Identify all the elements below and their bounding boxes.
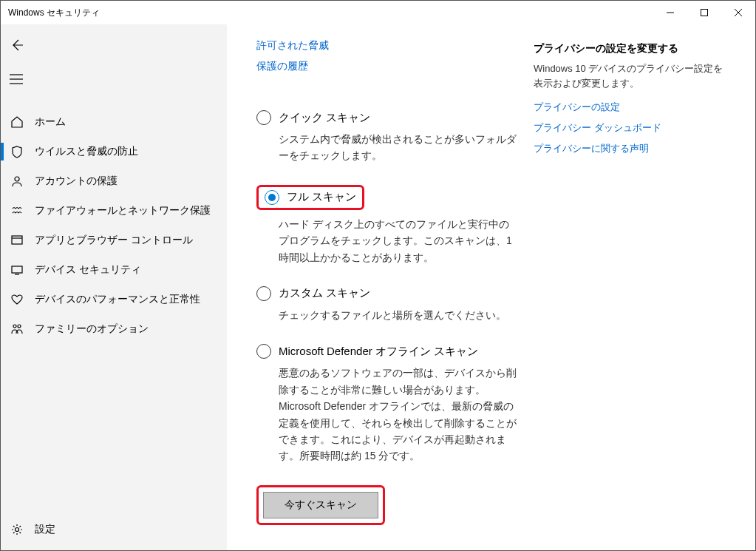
scan-option-full[interactable]: フル スキャン ハード ディスク上のすべてのファイルと実行中のプログラムをチェッ… — [256, 185, 519, 266]
sidebar-item-label: デバイス セキュリティ — [35, 263, 141, 277]
svg-point-14 — [16, 528, 19, 532]
highlight-box: フル スキャン — [256, 185, 364, 210]
svg-point-13 — [18, 325, 21, 328]
minimize-button[interactable] — [653, 1, 687, 24]
scan-option-quick[interactable]: クイック スキャン システム内で脅威が検出されることが多いフォルダーをチェックし… — [256, 110, 519, 164]
app-icon — [10, 233, 24, 248]
protection-history-link[interactable]: 保護の履歴 — [256, 60, 519, 73]
radio-label: カスタム スキャン — [279, 286, 370, 300]
family-icon — [10, 322, 24, 337]
account-icon — [10, 174, 24, 189]
highlight-box: 今すぐスキャン — [256, 485, 385, 525]
sidebar-item-virus[interactable]: ウイルスと脅威の防止 — [1, 137, 227, 166]
radio-icon — [256, 344, 271, 359]
privacy-description: Windows 10 デバイスのプライバシー設定を表示および変更します。 — [534, 61, 726, 90]
sidebar-item-label: アプリとブラウザー コントロール — [35, 234, 193, 247]
close-button[interactable] — [721, 1, 755, 24]
svg-rect-10 — [12, 266, 22, 273]
device-security-icon — [10, 263, 24, 277]
heart-icon — [10, 292, 24, 307]
radio-description: 悪意のあるソフトウェアの一部は、デバイスから削除することが非常に難しい場合があり… — [279, 365, 519, 464]
radio-label: フル スキャン — [287, 190, 356, 205]
scan-now-button[interactable]: 今すぐスキャン — [263, 492, 378, 518]
svg-rect-1 — [701, 10, 708, 16]
radio-label: Microsoft Defender オフライン スキャン — [279, 345, 478, 359]
privacy-heading: プライバシーの設定を変更する — [534, 42, 726, 55]
sidebar-item-label: アカウントの保護 — [35, 175, 118, 188]
radio-label: クイック スキャン — [279, 111, 370, 125]
sidebar-item-settings[interactable]: 設定 — [1, 515, 227, 544]
privacy-statement-link[interactable]: プライバシーに関する声明 — [534, 142, 726, 155]
sidebar-item-label: 設定 — [35, 523, 55, 536]
window-controls — [653, 1, 755, 24]
sidebar-item-account[interactable]: アカウントの保護 — [1, 166, 227, 196]
svg-point-7 — [15, 177, 19, 181]
maximize-button[interactable] — [687, 1, 721, 24]
allowed-threats-link[interactable]: 許可された脅威 — [256, 39, 519, 53]
sidebar-item-family[interactable]: ファミリーのオプション — [1, 314, 227, 344]
firewall-icon — [10, 203, 24, 218]
sidebar-item-label: ホーム — [35, 115, 66, 129]
sidebar-item-label: ファイアウォールとネットワーク保護 — [35, 204, 211, 217]
back-button[interactable] — [1, 30, 227, 60]
titlebar: Windows セキュリティ — [1, 1, 755, 24]
sidebar: ホーム ウイルスと脅威の防止 アカウントの保護 ファイアウォールとネットワーク保… — [1, 24, 227, 550]
sidebar-item-label: ファミリーのオプション — [35, 322, 149, 336]
privacy-dashboard-link[interactable]: プライバシー ダッシュボード — [534, 121, 726, 135]
sidebar-item-firewall[interactable]: ファイアウォールとネットワーク保護 — [1, 196, 227, 226]
sidebar-item-label: ウイルスと脅威の防止 — [35, 145, 138, 158]
sidebar-item-home[interactable]: ホーム — [1, 107, 227, 137]
sidebar-item-app[interactable]: アプリとブラウザー コントロール — [1, 226, 227, 255]
radio-description: チェックするファイルと場所を選んでください。 — [279, 307, 519, 323]
shield-icon — [10, 144, 24, 159]
gear-icon — [10, 522, 24, 537]
radio-description: システム内で脅威が検出されることが多いフォルダーをチェックします。 — [279, 131, 519, 164]
privacy-settings-link[interactable]: プライバシーの設定 — [534, 101, 726, 114]
window-title: Windows セキュリティ — [8, 7, 100, 19]
svg-point-12 — [13, 325, 16, 328]
sidebar-item-performance[interactable]: デバイスのパフォーマンスと正常性 — [1, 285, 227, 314]
scan-option-custom[interactable]: カスタム スキャン チェックするファイルと場所を選んでください。 — [256, 286, 519, 323]
radio-description: ハード ディスク上のすべてのファイルと実行中のプログラムをチェックします。このス… — [279, 216, 519, 266]
svg-rect-8 — [12, 236, 22, 244]
home-icon — [10, 115, 24, 129]
radio-icon — [256, 110, 271, 125]
sidebar-item-device-security[interactable]: デバイス セキュリティ — [1, 255, 227, 285]
menu-button[interactable] — [1, 64, 227, 94]
sidebar-item-label: デバイスのパフォーマンスと正常性 — [35, 293, 200, 306]
radio-icon — [265, 190, 279, 205]
main-content: 許可された脅威 保護の履歴 クイック スキャン システム内で脅威が検出されること… — [227, 24, 755, 550]
scan-option-offline[interactable]: Microsoft Defender オフライン スキャン 悪意のあるソフトウェ… — [256, 344, 519, 464]
radio-icon — [256, 286, 271, 301]
